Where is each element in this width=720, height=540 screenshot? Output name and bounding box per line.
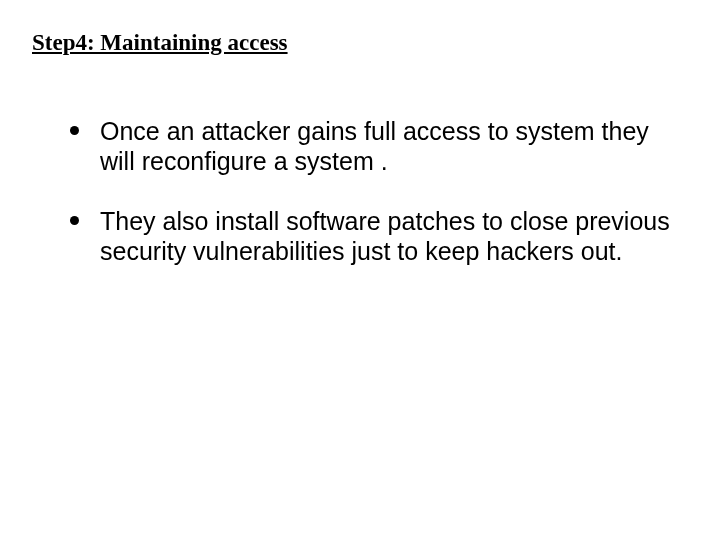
slide-title: Step4: Maintaining access — [32, 30, 688, 56]
list-item-text: They also install software patches to cl… — [100, 207, 670, 265]
list-item: Once an attacker gains full access to sy… — [70, 116, 688, 176]
list-item: They also install software patches to cl… — [70, 206, 688, 266]
bullet-list: Once an attacker gains full access to sy… — [32, 116, 688, 266]
list-item-text: Once an attacker gains full access to sy… — [100, 117, 649, 175]
